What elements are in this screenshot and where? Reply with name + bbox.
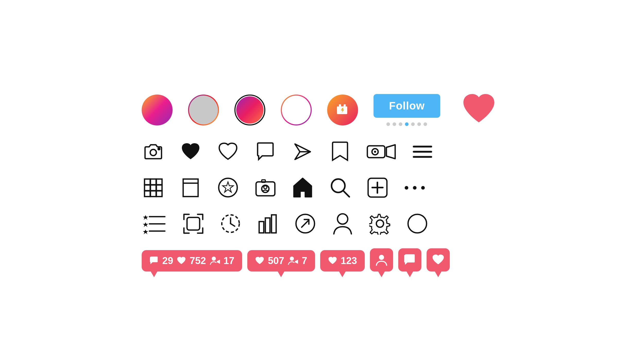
svg-point-37 [405, 186, 408, 190]
dot-1[interactable] [386, 122, 390, 126]
badge-heart-icon-2 [255, 256, 264, 265]
star-circle-icon[interactable] [216, 176, 240, 199]
badge-comment-only-icon [403, 253, 416, 266]
badge-person-icon [375, 253, 388, 266]
svg-point-9 [374, 151, 376, 153]
badges-row: 29 752 17 507 [142, 248, 502, 272]
badge-heart-count-3: 123 [341, 255, 357, 266]
plus-square-icon[interactable] [366, 176, 389, 199]
dot-4[interactable] [405, 122, 409, 126]
svg-point-4 [158, 148, 160, 150]
follow-button[interactable]: Follow [374, 94, 440, 118]
svg-rect-46 [187, 217, 200, 230]
circle-radio-icon[interactable] [406, 212, 429, 235]
svg-point-56 [376, 220, 384, 227]
badge-follower-count-2: 7 [302, 255, 307, 266]
svg-rect-30 [262, 180, 265, 182]
badge-combined-1: 29 752 17 [142, 250, 242, 272]
bookmark-icon[interactable] [328, 140, 352, 163]
badge-comment-only [398, 248, 421, 272]
svg-rect-50 [259, 222, 264, 233]
person-icon[interactable] [331, 212, 354, 235]
menu-icon[interactable] [411, 140, 434, 163]
svg-point-38 [413, 186, 417, 190]
dot-2[interactable] [393, 122, 396, 126]
svg-line-49 [231, 224, 235, 226]
svg-rect-2 [343, 104, 346, 107]
svg-rect-51 [265, 218, 270, 233]
grid-icon[interactable] [142, 176, 165, 199]
home-icon[interactable] [291, 176, 314, 199]
heart-outline-icon[interactable] [216, 140, 240, 163]
svg-rect-14 [145, 179, 150, 185]
main-container: Follow [142, 93, 502, 272]
svg-marker-31 [294, 178, 311, 197]
badge-follower-icon-2 [288, 256, 298, 265]
igtv-icon [334, 102, 351, 118]
video-camera-icon[interactable] [366, 140, 397, 163]
person-camera-icon[interactable] [254, 176, 277, 199]
badge-follower-icon-1 [210, 256, 220, 265]
svg-rect-17 [145, 185, 150, 191]
story-circle-igtv[interactable] [327, 95, 358, 125]
icons-row-2 [142, 140, 502, 163]
svg-line-54 [302, 220, 309, 227]
svg-rect-1 [339, 104, 341, 107]
svg-point-55 [337, 214, 348, 224]
badge-heart-count-1: 752 [190, 255, 206, 266]
arrow-circle-icon[interactable] [294, 212, 317, 235]
pagination-dots [386, 122, 427, 126]
icons-row-4 [142, 212, 502, 235]
svg-point-39 [421, 186, 425, 190]
dot-7[interactable] [423, 122, 427, 126]
more-icon[interactable] [403, 176, 426, 199]
svg-point-60 [379, 255, 384, 260]
svg-marker-42 [143, 222, 148, 227]
svg-rect-52 [272, 215, 276, 233]
svg-rect-19 [156, 185, 162, 191]
screenshot-icon[interactable] [182, 212, 205, 235]
dot-6[interactable] [417, 122, 421, 126]
gear-icon[interactable] [368, 212, 392, 235]
send-icon[interactable] [291, 140, 314, 163]
star-list-icon[interactable] [142, 212, 167, 235]
svg-point-29 [264, 186, 267, 189]
badge-heart-count-2: 507 [268, 255, 284, 266]
clock-dash-icon[interactable] [219, 212, 242, 235]
square-post-icon[interactable] [179, 176, 202, 199]
badge-comment-icon [149, 256, 159, 265]
svg-rect-18 [150, 185, 156, 191]
badge-heart-only-icon [432, 254, 445, 266]
story-circle-4[interactable] [281, 95, 312, 125]
story-circle-1[interactable] [142, 95, 173, 125]
dot-5[interactable] [411, 122, 415, 126]
badge-heart-icon-1 [177, 256, 186, 265]
badge-follower-count-1: 17 [224, 255, 234, 266]
comment-icon[interactable] [254, 140, 277, 163]
svg-marker-44 [143, 230, 148, 234]
dot-3[interactable] [399, 122, 402, 126]
badge-heart-count-badge: 123 [320, 250, 365, 272]
badge-heart-icon-3 [328, 256, 337, 265]
bar-chart-icon[interactable] [256, 212, 279, 235]
heart-filled-icon[interactable] [179, 140, 202, 163]
badge-combined-2: 507 7 [247, 250, 315, 272]
badge-comment-count: 29 [162, 255, 173, 266]
svg-marker-10 [386, 145, 395, 159]
badge-heart-only [427, 248, 450, 272]
svg-line-33 [343, 191, 349, 197]
big-heart-icon[interactable] [461, 93, 497, 127]
icons-row-3 [142, 176, 502, 199]
search-icon[interactable] [328, 176, 352, 199]
svg-point-58 [212, 257, 216, 261]
camera-icon[interactable] [142, 140, 165, 163]
svg-marker-26 [223, 182, 233, 192]
story-circle-2[interactable] [188, 95, 219, 125]
svg-rect-20 [145, 191, 150, 197]
svg-rect-16 [156, 179, 162, 185]
story-circle-3[interactable] [234, 95, 265, 125]
badge-person-only [370, 248, 393, 272]
svg-point-59 [290, 257, 294, 261]
svg-rect-23 [183, 179, 198, 197]
svg-rect-22 [156, 191, 162, 197]
